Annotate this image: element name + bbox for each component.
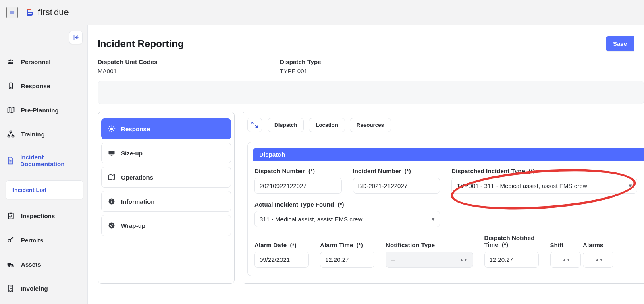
form-grid: Dispatch Number (*) Incident Number (*) bbox=[248, 168, 644, 268]
device-icon bbox=[6, 81, 15, 90]
svg-point-17 bbox=[8, 239, 11, 242]
save-button[interactable]: Save bbox=[606, 36, 634, 51]
caret-down-icon: ▾ bbox=[432, 215, 435, 223]
info-value: TYPE 001 bbox=[280, 68, 452, 74]
truck-icon bbox=[6, 260, 15, 269]
sidebar-item-personnel[interactable]: Personnel bbox=[4, 53, 83, 70]
form-inner: Dispatch Dispatch Number (*) bbox=[247, 142, 644, 276]
svg-point-7 bbox=[12, 60, 13, 61]
svg-point-19 bbox=[12, 265, 13, 267]
dispatched-incident-type-select[interactable]: TYP001 - 311 - Medical assist, assist EM… bbox=[451, 178, 637, 194]
sidebar-sub-incident-list[interactable]: Incident List bbox=[6, 180, 83, 199]
main: Incident Reporting Save Dispatch Unit Co… bbox=[88, 25, 644, 304]
monitor-icon bbox=[107, 149, 116, 157]
stepper-icon: ▲▼ bbox=[563, 258, 571, 261]
incident-number-input[interactable] bbox=[353, 178, 440, 194]
dispatch-number-input[interactable] bbox=[254, 178, 342, 194]
actual-incident-type-select[interactable]: 311 - Medical assist, assist EMS crew ▾ bbox=[254, 211, 440, 227]
field-label: Alarms bbox=[583, 242, 605, 248]
people-icon bbox=[6, 57, 15, 66]
svg-point-26 bbox=[111, 199, 112, 200]
sidebar-item-inspections[interactable]: Inspections bbox=[4, 207, 83, 224]
tab-location[interactable]: Location bbox=[309, 118, 345, 132]
field-alarms: Alarms ▲▼ bbox=[583, 242, 605, 268]
svg-rect-25 bbox=[111, 201, 112, 203]
field-actual-incident-type: Actual Incident Type Found (*) 311 - Med… bbox=[254, 201, 440, 227]
stepper-icon: ▲▼ bbox=[595, 258, 603, 261]
field-label: Incident Number (*) bbox=[353, 168, 440, 174]
app: Personnel Response Pre-Planning Training bbox=[0, 25, 644, 304]
sidebar-item-label: Personnel bbox=[21, 58, 50, 65]
info-value: MA001 bbox=[98, 68, 270, 74]
bug-icon bbox=[107, 124, 116, 133]
sidebar-item-training[interactable]: Training bbox=[4, 126, 83, 143]
alarm-time-input[interactable] bbox=[320, 252, 374, 268]
svg-rect-14 bbox=[8, 135, 10, 137]
step-label: Operations bbox=[121, 174, 153, 181]
sidebar-item-label: Invoicing bbox=[21, 285, 48, 292]
step-sizeup[interactable]: Size-up bbox=[101, 143, 231, 163]
info-label: Dispatch Type bbox=[280, 58, 452, 65]
topbar: first due bbox=[0, 0, 644, 25]
field-dispatch-notified-time: Dispatch Notified Time (*) bbox=[484, 234, 539, 268]
svg-rect-22 bbox=[111, 155, 113, 156]
form-tabs: Dispatch Location Resources bbox=[268, 118, 391, 132]
two-pane: Response Size-up Operations bbox=[88, 112, 644, 294]
svg-point-20 bbox=[110, 128, 113, 130]
stepper: Response Size-up Operations bbox=[98, 112, 235, 284]
info-label: Dispatch Unit Codes bbox=[98, 58, 270, 65]
step-information[interactable]: Information bbox=[101, 191, 231, 212]
info-dispatch-unit-codes: Dispatch Unit Codes MA001 bbox=[98, 58, 270, 74]
stepper-icon: ▲▼ bbox=[460, 258, 468, 261]
notification-type-select[interactable]: -- ▲▼ bbox=[386, 252, 473, 268]
select-value: -- bbox=[391, 256, 395, 263]
sidebar-item-label: Response bbox=[21, 83, 50, 89]
tab-resources[interactable]: Resources bbox=[350, 118, 391, 132]
svg-point-5 bbox=[8, 60, 10, 61]
dispatch-notified-time-input[interactable] bbox=[484, 252, 539, 268]
sidebar-item-preplanning[interactable]: Pre-Planning bbox=[4, 101, 83, 118]
sidebar-item-assets[interactable]: Assets bbox=[4, 256, 83, 273]
receipt-icon bbox=[6, 284, 15, 293]
step-label: Information bbox=[121, 198, 155, 205]
sidebar-item-label: Permits bbox=[21, 237, 44, 244]
svg-marker-10 bbox=[8, 107, 14, 112]
alarm-date-input[interactable] bbox=[254, 252, 309, 268]
field-label: Alarm Time (*) bbox=[320, 242, 374, 248]
field-alarm-date: Alarm Date (*) bbox=[254, 242, 309, 268]
ops-icon bbox=[107, 173, 116, 182]
svg-point-6 bbox=[10, 59, 12, 61]
sidebar-item-permits[interactable]: Permits bbox=[4, 232, 83, 248]
sidebar-collapse[interactable] bbox=[69, 31, 83, 44]
svg-point-9 bbox=[10, 87, 11, 88]
field-incident-number: Incident Number (*) bbox=[353, 168, 440, 194]
field-label: Shift bbox=[550, 242, 572, 248]
field-label: Alarm Date (*) bbox=[254, 242, 309, 248]
key-icon bbox=[6, 236, 15, 244]
svg-rect-21 bbox=[109, 151, 115, 154]
shift-select[interactable]: ▲▼ bbox=[550, 252, 581, 268]
expand-button[interactable] bbox=[247, 118, 262, 132]
sidebar-item-label: Assets bbox=[21, 261, 41, 268]
field-label: Dispatch Notified Time (*) bbox=[484, 234, 539, 248]
sidebar-item-response[interactable]: Response bbox=[4, 77, 83, 94]
field-label: Actual Incident Type Found (*) bbox=[254, 201, 440, 208]
info-dispatch-type: Dispatch Type TYPE 001 bbox=[280, 58, 452, 74]
menu-toggle[interactable] bbox=[6, 7, 18, 18]
sidebar-sub-link[interactable]: Incident List bbox=[12, 187, 46, 193]
alarms-select[interactable]: ▲▼ bbox=[583, 252, 613, 268]
sidebar-item-invoicing[interactable]: Invoicing bbox=[4, 280, 83, 297]
step-operations[interactable]: Operations bbox=[101, 167, 231, 188]
field-label: Dispatch Number (*) bbox=[254, 168, 342, 174]
doc-icon bbox=[6, 156, 15, 165]
brand-logo-icon bbox=[24, 8, 34, 17]
tab-dispatch[interactable]: Dispatch bbox=[268, 118, 304, 132]
brand: first due bbox=[24, 7, 69, 18]
form-topbar: Dispatch Location Resources bbox=[247, 118, 644, 135]
info-icon bbox=[107, 197, 116, 206]
sidebar: Personnel Response Pre-Planning Training bbox=[0, 25, 88, 304]
step-response[interactable]: Response bbox=[101, 118, 231, 139]
sidebar-item-incident-documentation[interactable]: Incident Documentation bbox=[4, 150, 83, 172]
step-wrapup[interactable]: Wrap-up bbox=[101, 215, 231, 236]
caret-down-icon: ▾ bbox=[629, 182, 632, 189]
